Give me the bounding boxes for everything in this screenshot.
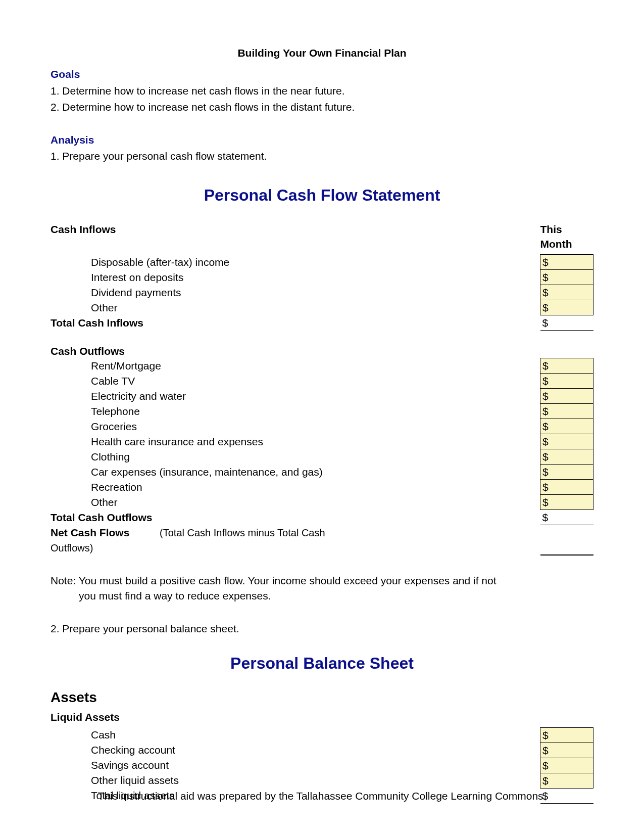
asset-label: Other liquid assets xyxy=(51,773,333,788)
outflow-amount-field[interactable]: $ xyxy=(540,404,593,419)
asset-label: Cash xyxy=(51,727,333,743)
outflow-label: Cable TV xyxy=(51,374,333,389)
note-line: Note: You must build a positive cash flo… xyxy=(51,573,593,588)
outflow-amount-field[interactable]: $ xyxy=(540,419,593,434)
outflow-label: Health care insurance and expenses xyxy=(51,434,333,449)
total-inflows-amount[interactable]: $ xyxy=(540,315,593,331)
outflow-amount-field[interactable]: $ xyxy=(540,465,593,480)
outflow-amount-field[interactable]: $ xyxy=(540,434,593,449)
outflow-label: Recreation xyxy=(51,480,333,495)
note-block: Note: You must build a positive cash flo… xyxy=(51,573,593,604)
total-outflows-label: Total Cash Outflows xyxy=(51,510,333,525)
outflow-label: Other xyxy=(51,495,333,510)
total-inflows-label: Total Cash Inflows xyxy=(51,315,333,331)
inflows-header: Cash Inflows xyxy=(51,222,333,255)
outflow-label: Groceries xyxy=(51,419,333,434)
cash-inflows-table: Cash Inflows This Month Disposable (afte… xyxy=(51,222,593,556)
inflow-amount-field[interactable]: $ xyxy=(540,270,593,285)
note-line: you must find a way to reduce expenses. xyxy=(51,588,593,604)
asset-amount-field[interactable]: $ xyxy=(540,743,593,758)
outflow-amount-field[interactable]: $ xyxy=(540,358,593,374)
inflow-amount-field[interactable]: $ xyxy=(540,300,593,315)
liquid-assets-header: Liquid Assets xyxy=(51,710,593,725)
goals-header: Goals xyxy=(51,67,593,82)
analysis-step: 2. Prepare your personal balance sheet. xyxy=(51,621,593,636)
outflow-amount-field[interactable]: $ xyxy=(540,480,593,495)
outflow-label: Telephone xyxy=(51,404,333,419)
outflow-label: Rent/Mortgage xyxy=(51,358,333,374)
outflow-label: Clothing xyxy=(51,449,333,465)
outflow-label: Car expenses (insurance, maintenance, an… xyxy=(51,465,333,480)
footer-text: This instructional aid was prepared by t… xyxy=(0,789,644,804)
inflow-label: Other xyxy=(51,300,333,315)
analysis-step: 1. Prepare your personal cash flow state… xyxy=(51,149,593,164)
net-label: Net Cash Flows xyxy=(51,527,129,538)
inflow-label: Disposable (after-tax) income xyxy=(51,255,333,270)
inflow-amount-field[interactable]: $ xyxy=(540,285,593,300)
inflow-label: Dividend payments xyxy=(51,285,333,300)
analysis-header: Analysis xyxy=(51,132,593,148)
document-page: Building Your Own Financial Plan Goals 1… xyxy=(0,0,644,834)
outflows-header: Cash Outflows xyxy=(51,344,333,358)
outflow-amount-field[interactable]: $ xyxy=(540,449,593,465)
outflow-amount-field[interactable]: $ xyxy=(540,389,593,404)
column-this-month: This Month xyxy=(540,222,593,255)
cashflow-title: Personal Cash Flow Statement xyxy=(51,183,593,207)
assets-header: Assets xyxy=(51,687,593,708)
inflow-amount-field[interactable]: $ xyxy=(540,255,593,270)
asset-label: Checking account xyxy=(51,743,333,758)
net-amount[interactable] xyxy=(540,525,593,555)
asset-amount-field[interactable]: $ xyxy=(540,773,593,788)
document-title: Building Your Own Financial Plan xyxy=(51,45,593,61)
net-cash-flows-row: Net Cash Flows (Total Cash Inflows minus… xyxy=(51,525,333,555)
total-outflows-amount[interactable]: $ xyxy=(540,510,593,525)
asset-amount-field[interactable]: $ xyxy=(540,727,593,743)
outflow-label: Electricity and water xyxy=(51,389,333,404)
outflow-amount-field[interactable]: $ xyxy=(540,495,593,510)
balance-title: Personal Balance Sheet xyxy=(51,652,593,675)
asset-label: Savings account xyxy=(51,758,333,773)
inflow-label: Interest on deposits xyxy=(51,270,333,285)
outflow-amount-field[interactable]: $ xyxy=(540,374,593,389)
goal-item: 2. Determine how to increase net cash fl… xyxy=(51,100,593,115)
asset-amount-field[interactable]: $ xyxy=(540,758,593,773)
goal-item: 1. Determine how to increase net cash fl… xyxy=(51,83,593,99)
